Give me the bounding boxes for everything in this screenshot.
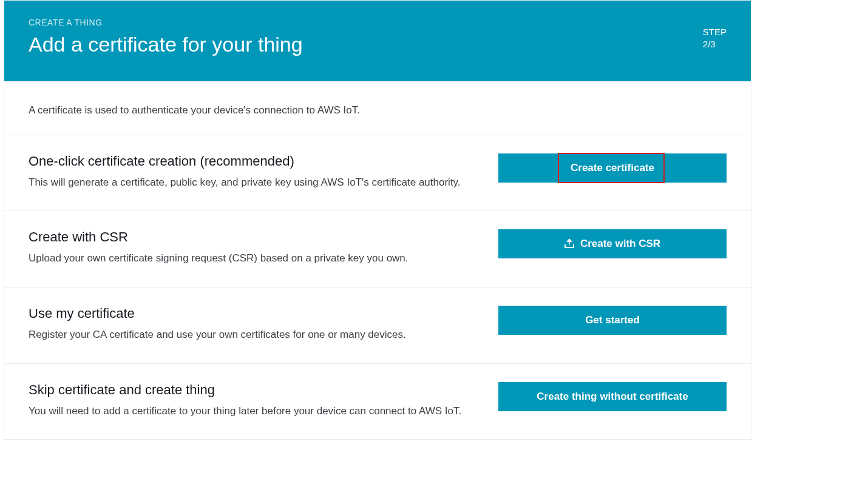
step-value: 2/3 — [703, 38, 727, 50]
section-skip: Skip certificate and create thing You wi… — [4, 363, 751, 440]
button-label: Create with CSR — [580, 238, 660, 250]
button-label: Create certificate — [571, 162, 654, 174]
section-title: Use my certificate — [29, 306, 474, 321]
wizard-panel: CREATE A THING Add a certificate for you… — [4, 0, 751, 440]
breadcrumb: CREATE A THING — [29, 18, 727, 27]
section-csr: Create with CSR Upload your own certific… — [4, 210, 751, 287]
step-indicator: STEP 2/3 — [703, 26, 727, 50]
section-desc: Upload your own certificate signing requ… — [29, 251, 474, 266]
wizard-header: CREATE A THING Add a certificate for you… — [4, 1, 751, 81]
create-certificate-button[interactable]: Create certificate — [498, 153, 727, 183]
create-thing-without-certificate-button[interactable]: Create thing without certificate — [498, 382, 727, 411]
section-desc: This will generate a certificate, public… — [29, 175, 474, 190]
section-desc: Register your CA certificate and use you… — [29, 328, 474, 343]
section-title: Skip certificate and create thing — [29, 382, 474, 398]
section-title: One-click certificate creation (recommen… — [29, 153, 474, 169]
intro-text: A certificate is used to authenticate yo… — [4, 81, 751, 135]
page-title: Add a certificate for your thing — [29, 32, 727, 57]
button-label: Create thing without certificate — [537, 391, 688, 403]
get-started-button[interactable]: Get started — [498, 306, 727, 335]
button-label: Get started — [585, 314, 640, 326]
section-title: Create with CSR — [29, 229, 474, 245]
section-desc: You will need to add a certificate to yo… — [29, 404, 474, 419]
upload-icon — [565, 240, 574, 248]
section-one-click: One-click certificate creation (recommen… — [4, 135, 751, 211]
step-label: STEP — [703, 26, 727, 38]
section-use-my-cert: Use my certificate Register your CA cert… — [4, 287, 751, 363]
create-with-csr-button[interactable]: Create with CSR — [498, 229, 727, 258]
